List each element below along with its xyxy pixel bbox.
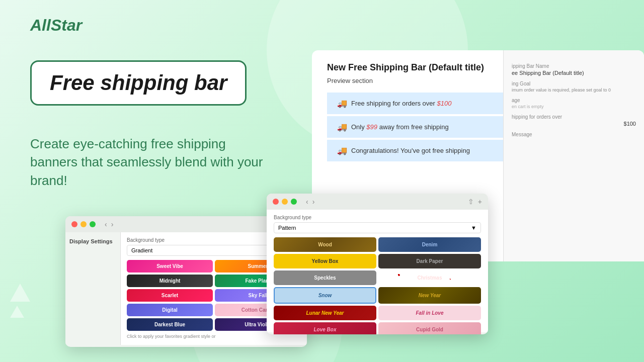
pattern-select[interactable]: Pattern ▼	[274, 222, 481, 233]
gradient-sweet-vibe[interactable]: Sweet Vibe	[127, 260, 213, 273]
window-minimize-dot[interactable]	[80, 221, 87, 227]
pattern-back-icon[interactable]: ‹	[306, 198, 308, 206]
pattern-grid: Wood Denim Yellow Box Dark Paper Speckle…	[274, 237, 481, 334]
allstar-logo: AllStar	[30, 16, 82, 35]
pattern-fall-in-love[interactable]: Fall in Love	[378, 306, 481, 320]
display-settings-label: Display Settings	[69, 238, 116, 244]
pattern-window-minimize-dot[interactable]	[282, 199, 288, 205]
pattern-body: Background type Pattern ▼ Wood Denim Yel…	[267, 210, 488, 332]
subtitle-text: Create eye-catching free shipping banner…	[30, 135, 272, 190]
gradient-scarlet[interactable]: Scarlet	[127, 289, 213, 302]
laptop-right-panel: ipping Bar Name ee Shipping Bar (Default…	[503, 50, 644, 261]
pattern-window-close-dot[interactable]	[273, 199, 279, 205]
pattern-wood[interactable]: Wood	[274, 237, 376, 252]
pattern-share-icon[interactable]: ⇧	[468, 198, 474, 206]
gradient-digital[interactable]: Digital	[127, 304, 213, 316]
window-sidebar: Display Settings	[65, 232, 121, 345]
truck-icon-2: 🚚	[337, 122, 347, 132]
pattern-snow[interactable]: Snow	[274, 287, 376, 304]
pattern-nav-icons: ‹ ›	[306, 198, 314, 206]
forward-icon[interactable]: ›	[111, 220, 114, 228]
pattern-yellow-box[interactable]: Yellow Box	[274, 254, 376, 268]
truck-icon-3: 🚚	[337, 146, 347, 155]
gradient-midnight[interactable]: Midnight	[127, 275, 213, 287]
window-close-dot[interactable]	[71, 221, 77, 227]
pattern-new-year[interactable]: New Year	[378, 287, 481, 304]
pattern-dark-paper[interactable]: Dark Paper	[378, 254, 481, 268]
pattern-add-tab-icon[interactable]: +	[478, 198, 482, 206]
pattern-bg-type-label: Background type	[274, 215, 481, 220]
pattern-speckles[interactable]: Speckles	[274, 270, 376, 285]
pattern-titlebar-actions: ⇧ +	[468, 198, 482, 206]
pattern-cupid-gold[interactable]: Cupid Gold	[378, 322, 481, 334]
pattern-denim[interactable]: Denim	[378, 237, 481, 252]
pattern-window-titlebar: ‹ › ⇧ +	[267, 194, 488, 210]
gradient-hint: Click to apply your favorites gradient s…	[127, 334, 301, 339]
gradient-darkest-blue[interactable]: Darkest Blue	[127, 318, 213, 331]
truck-icon-1: 🚚	[337, 99, 347, 108]
pattern-christmas[interactable]: Christmas	[378, 270, 481, 285]
back-icon[interactable]: ‹	[105, 220, 107, 228]
page-heading: Free shipping bar	[50, 71, 227, 95]
decorative-triangles	[10, 284, 30, 322]
heading-box: Free shipping bar	[30, 60, 247, 106]
pattern-lunar-new-year[interactable]: Lunar New Year	[274, 306, 376, 320]
window-nav-icons: ‹ ›	[105, 220, 113, 228]
pattern-window: ‹ › ⇧ + Background type Pattern ▼ Wood D…	[267, 194, 488, 334]
logo-text: AllStar	[30, 16, 82, 34]
pattern-forward-icon[interactable]: ›	[312, 198, 315, 206]
triangle-large	[10, 284, 30, 302]
pattern-window-maximize-dot[interactable]	[291, 199, 297, 205]
window-maximize-dot[interactable]	[90, 221, 96, 227]
triangle-small	[10, 306, 24, 318]
pattern-love-box[interactable]: Love Box	[274, 322, 376, 334]
